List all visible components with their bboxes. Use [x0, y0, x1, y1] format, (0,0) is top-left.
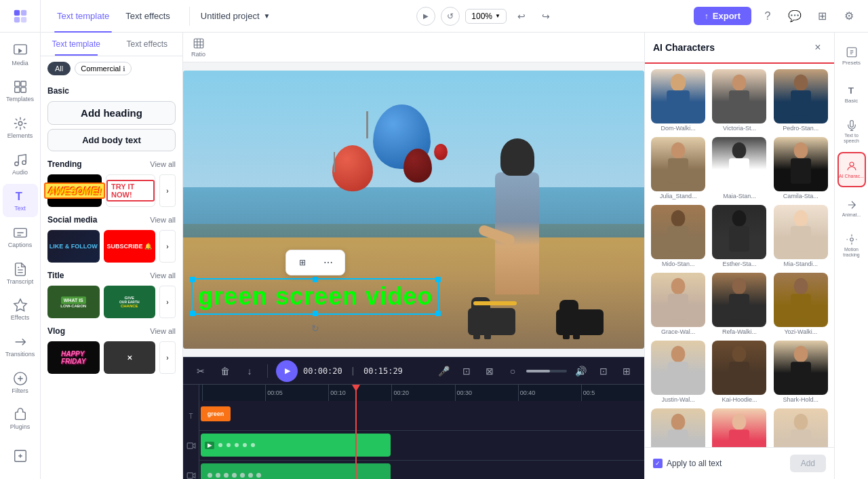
- character-esther[interactable]: Esther-Sta...: [711, 205, 767, 267]
- settings-button[interactable]: ⚙: [838, 5, 860, 27]
- split-btn[interactable]: ⊠: [480, 362, 499, 381]
- character-18[interactable]: [773, 408, 829, 447]
- timeline-play-btn[interactable]: ▶: [276, 360, 298, 382]
- loop-button[interactable]: ↺: [441, 7, 460, 26]
- vlog-view-all[interactable]: View all: [150, 327, 176, 335]
- play-button[interactable]: ▶: [416, 7, 435, 26]
- timeline-delete-btn[interactable]: 🗑: [216, 362, 235, 381]
- right-sidebar-basic[interactable]: T Basic: [837, 76, 866, 111]
- text-track[interactable]: green: [199, 401, 644, 431]
- character-camila[interactable]: Camila-Sta...: [773, 137, 829, 199]
- add-heading-btn[interactable]: Add heading: [47, 101, 176, 125]
- social-scroll-right[interactable]: ›: [159, 230, 176, 263]
- ratio-button[interactable]: Ratio: [191, 37, 205, 58]
- template-thumb-like[interactable]: LIKE & FOLLOW: [47, 230, 100, 263]
- caption-btn[interactable]: ⊡: [457, 362, 476, 381]
- zoom-control[interactable]: 100% ▼: [465, 9, 507, 24]
- track-icon-text[interactable]: T: [183, 401, 199, 431]
- layout-button[interactable]: ⊞: [811, 5, 833, 27]
- close-panel-btn[interactable]: ×: [810, 39, 826, 56]
- fullscreen-btn[interactable]: ⊞: [617, 362, 636, 381]
- title-scroll-right[interactable]: ›: [159, 286, 176, 318]
- character-16[interactable]: [650, 408, 706, 447]
- character-dom[interactable]: Dom-Walki...: [650, 69, 706, 132]
- template-thumb-awesome[interactable]: AWESOME!: [47, 174, 102, 207]
- sidebar-item-transcript[interactable]: Transcript: [3, 256, 38, 290]
- timeline-download-btn[interactable]: ↓: [240, 362, 259, 381]
- character-justin[interactable]: Justin-Wal...: [650, 341, 706, 403]
- logo[interactable]: [0, 0, 41, 33]
- handle-tc[interactable]: [313, 277, 318, 282]
- text-clip[interactable]: green: [201, 406, 231, 421]
- sidebar-item-transitions[interactable]: Transitions: [3, 329, 38, 363]
- handle-br[interactable]: [435, 311, 441, 316]
- project-name[interactable]: Untitled project ▼: [193, 11, 279, 21]
- balloon-track[interactable]: [199, 461, 644, 479]
- sidebar-item-media[interactable]: Media: [3, 38, 38, 72]
- template-thumb-trynow[interactable]: TRY IT NOW!: [106, 174, 155, 207]
- character-shark[interactable]: Shark-Hold...: [773, 341, 829, 403]
- tab-text-effects-panel[interactable]: Text effects: [112, 33, 183, 56]
- handle-tl[interactable]: [190, 277, 195, 282]
- title-view-all[interactable]: View all: [150, 271, 176, 280]
- expand-btn[interactable]: ⊡: [594, 362, 613, 381]
- right-sidebar-presets[interactable]: Presets: [837, 38, 866, 73]
- more-options-btn[interactable]: ⋯: [319, 253, 338, 272]
- template-thumb-subscribe[interactable]: SUBSCRIBE 🔔: [104, 230, 156, 263]
- character-victoria[interactable]: Victoria-St...: [711, 69, 767, 132]
- sidebar-item-captions[interactable]: Captions: [3, 220, 38, 254]
- sidebar-item-effects[interactable]: Effects: [3, 292, 38, 326]
- character-pedro[interactable]: Pedro-Stan...: [773, 69, 829, 132]
- canvas[interactable]: ⊞ ⋯ green screen video: [183, 71, 644, 349]
- sidebar-item-filters[interactable]: Filters: [3, 366, 38, 400]
- trending-view-all[interactable]: View all: [150, 160, 176, 168]
- character-mido[interactable]: Mido-Stan...: [650, 205, 706, 267]
- add-character-btn[interactable]: Add: [790, 455, 826, 472]
- video-clip[interactable]: ▶: [201, 434, 391, 457]
- sidebar-item-text[interactable]: T Text: [3, 184, 38, 218]
- track-icon-video[interactable]: [183, 431, 199, 461]
- sidebar-item-elements[interactable]: Elements: [3, 111, 38, 145]
- volume-btn[interactable]: ○: [503, 362, 522, 381]
- sidebar-item-audio[interactable]: Audio: [3, 147, 38, 181]
- tab-text-template[interactable]: Text template: [49, 0, 117, 33]
- tab-text-template-panel[interactable]: Text template: [41, 33, 112, 56]
- add-body-btn[interactable]: Add body text: [47, 129, 176, 151]
- template-thumb-happyfriday[interactable]: HAPPYFRIDAY: [47, 341, 100, 374]
- right-sidebar-ai-characters[interactable]: AI Charac...: [837, 152, 866, 187]
- template-thumb-lowcarbon[interactable]: WHAT IS LOW-CABON: [47, 286, 100, 318]
- right-sidebar-animate[interactable]: Animat...: [837, 190, 866, 225]
- sidebar-item-plugins[interactable]: Plugins: [3, 402, 38, 436]
- right-sidebar-motion[interactable]: Motion tracking: [837, 228, 866, 263]
- text-selection-box[interactable]: green screen video: [191, 278, 439, 315]
- character-mia[interactable]: Mia-Standi...: [773, 205, 829, 267]
- help-button[interactable]: ?: [757, 5, 778, 27]
- handle-tr[interactable]: [435, 277, 441, 282]
- apply-all-checkbox[interactable]: ✓ Apply to all text: [653, 459, 722, 468]
- comment-button[interactable]: 💬: [784, 5, 806, 27]
- tab-text-effects[interactable]: Text effects: [117, 0, 178, 33]
- handle-bc[interactable]: [313, 311, 318, 316]
- character-julia[interactable]: Julia_Stand...: [650, 137, 706, 199]
- character-maia[interactable]: Maia-Stan...: [711, 137, 767, 199]
- template-thumb-vlog2[interactable]: ✕: [104, 341, 156, 374]
- social-view-all[interactable]: View all: [150, 216, 176, 224]
- redo-button[interactable]: ↪: [536, 7, 555, 26]
- handle-bl[interactable]: [190, 311, 195, 316]
- filter-commercial-btn[interactable]: Commercial ℹ: [75, 62, 132, 75]
- character-refa[interactable]: Refa-Walki...: [711, 273, 767, 335]
- export-button[interactable]: ↑ Export: [694, 7, 751, 25]
- sidebar-item-bottom-icon[interactable]: [3, 438, 38, 474]
- track-icon-balloon[interactable]: [183, 461, 199, 479]
- volume-slider[interactable]: [526, 370, 567, 372]
- trending-scroll-right[interactable]: ›: [159, 174, 176, 207]
- character-17[interactable]: [711, 408, 767, 447]
- balloon-clip[interactable]: [201, 463, 391, 479]
- speaker-btn[interactable]: 🔊: [571, 362, 590, 381]
- character-yozi[interactable]: Yozi-Walki...: [773, 273, 829, 335]
- template-thumb-givechance[interactable]: GIVE OUR EARTH CHANCE: [104, 286, 156, 318]
- undo-button[interactable]: ↩: [512, 7, 531, 26]
- rotate-handle[interactable]: ↻: [311, 323, 319, 334]
- duplicate-btn[interactable]: ⊞: [293, 253, 312, 272]
- filter-all-btn[interactable]: All: [47, 62, 71, 75]
